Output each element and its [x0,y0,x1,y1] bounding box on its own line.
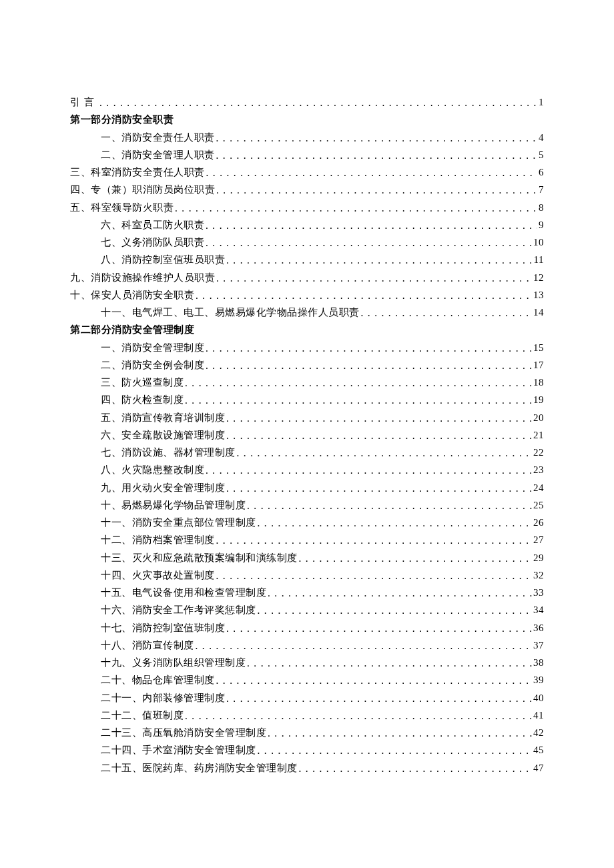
toc-leader-dots [204,464,532,478]
toc-entry-page: 11 [533,251,544,268]
toc-entry: 四、专（兼）职消防员岗位职责7 [70,181,544,198]
toc-entry-label: 二十二、值班制度 [101,707,184,724]
toc-leader-dots [184,709,532,724]
toc-entry: 七、消防设施、器材管理制度22 [70,444,544,461]
toc-entry-page: 7 [537,181,544,198]
toc-entry: 二十五、医院药库、药房消防安全管理制度47 [70,759,544,777]
toc-entry-page: 5 [537,146,544,163]
toc-entry-label: 十、易燃易爆化学物品管理制度 [101,496,246,514]
toc-entry-label: 五、消防宣传教育培训制度 [101,409,225,426]
toc-entry: 第二部分消防安全管理制度 [70,321,544,338]
toc-entry-label: 十三、灭火和应急疏散预案编制和演练制度 [101,549,298,566]
toc-entry: 二、消防安全例会制度17 [70,356,544,374]
toc-entry: 十一、消防安全重点部位管理制度26 [70,514,544,531]
toc-entry-page: 27 [532,531,544,548]
toc-entry-label: 四、专（兼）职消防员岗位职责 [70,181,215,198]
toc-entry-label: 七、消防设施、器材管理制度 [101,444,236,461]
toc-leader-dots [215,183,537,198]
toc-entry-page: 4 [537,129,544,146]
toc-entry-label: 九、用火动火安全管理制度 [101,479,225,496]
toc-entry: 五、消防宣传教育培训制度20 [70,409,544,426]
toc-leader-dots [204,219,537,234]
toc-entry-page: 45 [532,741,544,759]
toc-entry: 十七、消防控制室值班制度36 [70,619,544,636]
toc-entry-page: 32 [532,566,544,584]
toc-entry-page: 13 [532,286,544,304]
table-of-contents: 引言1第一部分消防安全职责一、消防安全责任人职责4二、消防安全管理人职责5三、科… [70,93,544,777]
toc-entry: 五、科室领导防火职责8 [70,199,544,216]
toc-entry: 第一部分消防安全职责 [70,111,544,128]
toc-entry-page: 33 [532,584,544,601]
toc-entry: 十三、灭火和应急疏散预案编制和演练制度29 [70,549,544,566]
toc-entry-label: 七、义务消防队员职责 [101,234,204,251]
toc-leader-dots [298,762,533,777]
toc-entry-page: 8 [537,199,544,216]
toc-entry: 六、科室员工防火职责9 [70,216,544,234]
toc-entry-label: 十七、消防控制室值班制度 [101,619,225,636]
toc-leader-dots [215,569,533,584]
toc-entry-page: 38 [532,654,544,671]
toc-entry-label: 三、防火巡查制度 [101,374,184,391]
toc-entry-page: 34 [532,601,544,618]
toc-entry-label: 二十一、内部装修管理制度 [101,689,225,707]
toc-leader-dots [98,96,537,111]
toc-entry-label: 六、安全疏散设施管理制度 [101,426,225,444]
toc-entry: 二十四、手术室消防安全管理制度45 [70,741,544,759]
toc-entry-label: 十五、电气设备使用和检查管理制度 [101,584,266,601]
toc-entry-page: 25 [532,496,544,514]
toc-leader-dots [215,272,532,286]
toc-entry: 十一、电气焊工、电工、易燃易爆化学物品操作人员职责14 [70,304,544,321]
toc-entry-label: 十八、消防宣传制度 [101,636,194,654]
toc-leader-dots [184,394,532,408]
toc-entry: 二十三、高压氧舱消防安全管理制度42 [70,724,544,741]
toc-leader-dots [246,499,532,514]
toc-entry-page: 17 [532,356,544,374]
toc-leader-dots [266,586,532,601]
toc-entry-page: 18 [532,374,544,391]
toc-entry-page: 41 [532,707,544,724]
toc-entry-page: 10 [532,234,544,251]
toc-leader-dots [174,201,537,216]
toc-leader-dots [225,622,532,636]
toc-entry-label: 四、防火检查制度 [101,391,184,408]
toc-leader-dots [256,744,533,759]
toc-entry-label: 二十三、高压氧舱消防安全管理制度 [101,724,266,741]
toc-entry-label: 二、消防安全管理人职责 [101,146,215,163]
toc-entry-page: 9 [537,216,544,234]
toc-entry-label: 三、科室消防安全责任人职责 [70,163,205,181]
toc-leader-dots [298,552,533,566]
toc-entry-page: 12 [532,269,544,286]
toc-leader-dots [246,657,532,671]
toc-leader-dots [360,306,533,321]
toc-entry-label: 二十、物品仓库管理制度 [101,671,215,689]
toc-leader-dots [256,516,533,531]
toc-entry: 十五、电气设备使用和检查管理制度33 [70,584,544,601]
toc-entry: 九、消防设施操作维护人员职责12 [70,269,544,286]
toc-entry: 十六、消防安全工作考评奖惩制度34 [70,601,544,618]
toc-leader-dots [184,376,532,391]
toc-entry-label: 十、保安人员消防安全职责 [70,286,194,304]
toc-entry-label: 十二、消防档案管理制度 [101,531,215,548]
toc-entry-page: 20 [532,409,544,426]
toc-leader-dots [194,639,533,654]
toc-entry-label: 十九、义务消防队组织管理制度 [101,654,246,671]
toc-entry-label: 一、消防安全责任人职责 [101,129,215,146]
toc-entry: 一、消防安全管理制度15 [70,339,544,356]
toc-entry: 十九、义务消防队组织管理制度38 [70,654,544,671]
toc-entry: 七、义务消防队员职责10 [70,234,544,251]
toc-entry-page: 23 [532,461,544,478]
toc-leader-dots [204,342,532,356]
toc-leader-dots [204,359,532,374]
toc-entry-label: 第一部分消防安全职责 [70,111,174,128]
toc-entry-page: 36 [532,619,544,636]
toc-entry: 二十一、内部装修管理制度40 [70,689,544,707]
toc-leader-dots [225,482,532,496]
toc-entry-page: 47 [532,759,544,777]
toc-entry-page: 40 [532,689,544,707]
toc-entry: 二十二、值班制度41 [70,707,544,724]
toc-entry-label: 引言 [70,93,98,111]
toc-leader-dots [215,131,538,146]
toc-entry-label: 第二部分消防安全管理制度 [70,321,194,338]
toc-entry-page: 22 [532,444,544,461]
toc-entry-page: 39 [532,671,544,689]
